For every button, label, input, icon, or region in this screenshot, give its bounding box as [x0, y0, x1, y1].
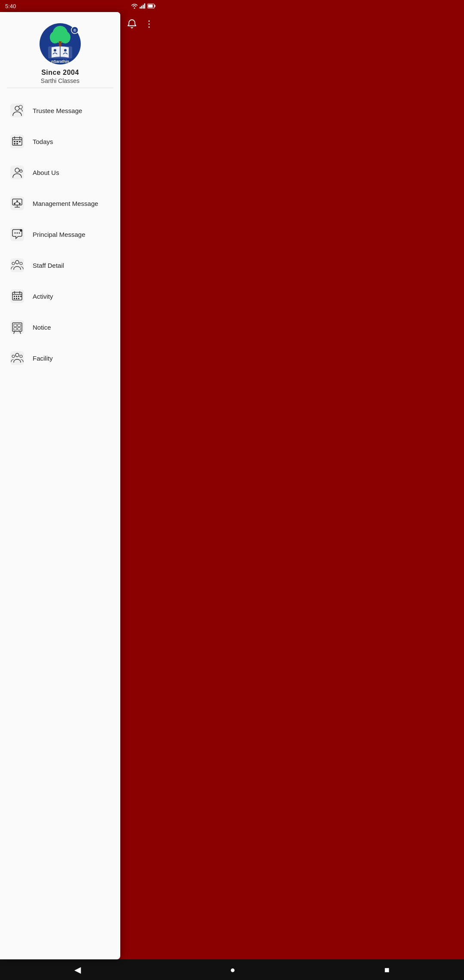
svg-rect-1: [141, 6, 143, 9]
menu-item-staff-detail[interactable]: Staff Detail: [0, 250, 120, 281]
back-button[interactable]: ◀: [64, 961, 91, 978]
svg-rect-62: [14, 296, 15, 297]
bell-icon: [127, 19, 137, 29]
school-name: Sarthi Classes: [41, 77, 79, 84]
svg-rect-64: [18, 296, 19, 297]
wifi-icon: [131, 3, 138, 9]
svg-point-15: [60, 31, 70, 43]
svg-point-14: [50, 31, 60, 43]
menu-item-principal-message[interactable]: Principal Message: [0, 219, 120, 250]
more-icon: [144, 19, 154, 29]
status-time: 5:40: [5, 3, 16, 9]
svg-point-52: [20, 229, 22, 232]
svg-point-24: [19, 105, 22, 109]
svg-rect-0: [140, 7, 141, 9]
svg-rect-32: [19, 141, 21, 142]
about-us-label: About Us: [33, 169, 59, 176]
school-logo: ® nSarathin: [39, 22, 82, 65]
svg-point-7: [149, 21, 150, 22]
svg-point-50: [17, 233, 18, 234]
menu-item-management-message[interactable]: Management Message: [0, 188, 120, 219]
svg-point-49: [15, 233, 16, 234]
svg-point-43: [16, 200, 18, 202]
menu-item-facility[interactable]: Facility: [0, 343, 120, 374]
management-message-label: Management Message: [33, 200, 98, 207]
menu-list: Trustee Message Todays: [0, 95, 120, 959]
trustee-icon: [9, 102, 26, 119]
svg-rect-30: [14, 141, 15, 142]
svg-rect-34: [16, 143, 18, 144]
svg-text:®: ®: [73, 28, 76, 33]
notification-button[interactable]: [127, 19, 137, 29]
facility-icon: [9, 349, 26, 367]
facility-label: Facility: [33, 355, 53, 362]
navigation-bar: ◀ ● ■: [0, 959, 161, 980]
svg-rect-3: [144, 3, 146, 9]
chat-icon: [9, 226, 26, 243]
status-icons: [131, 3, 156, 9]
since-label: Since 2004: [41, 69, 79, 77]
svg-rect-68: [18, 298, 19, 299]
svg-rect-2: [143, 5, 144, 9]
activity-label: Activity: [33, 293, 53, 300]
svg-rect-67: [16, 298, 17, 299]
svg-rect-66: [14, 298, 15, 299]
svg-rect-16: [59, 41, 61, 46]
menu-item-activity[interactable]: Activity: [0, 281, 120, 312]
status-bar: 5:40: [0, 0, 161, 12]
logo-container: ® nSarathin: [39, 22, 82, 65]
signal-icon: [140, 3, 146, 9]
notice-label: Notice: [33, 324, 51, 331]
svg-rect-6: [148, 5, 153, 8]
svg-text:nSarathin: nSarathin: [51, 59, 69, 64]
staff-icon: [9, 257, 26, 274]
staff-detail-label: Staff Detail: [33, 262, 64, 269]
todays-icon: [9, 133, 26, 150]
menu-item-about-us[interactable]: About Us: [0, 157, 120, 188]
svg-point-20: [64, 49, 67, 52]
drawer-header: ® nSarathin Since 2004: [0, 12, 120, 95]
svg-rect-31: [16, 141, 18, 142]
header-divider: [7, 88, 113, 88]
svg-point-19: [54, 49, 56, 52]
svg-point-44: [14, 203, 15, 205]
svg-rect-65: [20, 296, 21, 297]
svg-point-45: [19, 203, 21, 205]
svg-point-9: [149, 27, 150, 28]
notice-icon: [9, 318, 26, 336]
svg-rect-33: [14, 143, 15, 144]
navigation-drawer: ® nSarathin Since 2004: [0, 12, 120, 959]
menu-item-trustee-message[interactable]: Trustee Message: [0, 95, 120, 126]
more-options-button[interactable]: [144, 19, 154, 29]
management-icon: [9, 195, 26, 212]
about-icon: [9, 164, 26, 181]
svg-rect-63: [16, 296, 17, 297]
svg-point-8: [149, 24, 150, 25]
svg-point-51: [19, 233, 20, 234]
principal-message-label: Principal Message: [33, 231, 85, 238]
menu-item-todays[interactable]: Todays: [0, 126, 120, 157]
todays-label: Todays: [33, 138, 53, 145]
activity-icon: [9, 288, 26, 305]
battery-icon: [147, 3, 156, 9]
trustee-message-label: Trustee Message: [33, 107, 82, 114]
svg-rect-5: [155, 5, 156, 7]
menu-item-notice[interactable]: Notice: [0, 312, 120, 343]
